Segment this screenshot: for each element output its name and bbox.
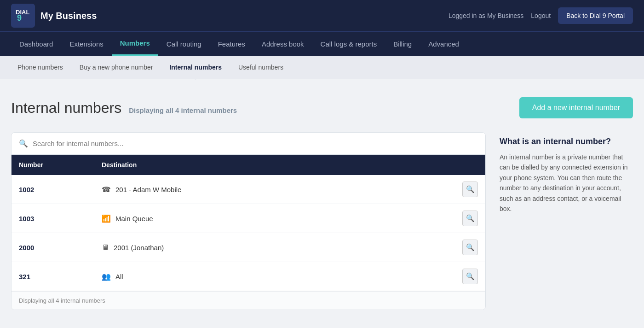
col-destination: Destination (102, 161, 450, 169)
app-title: My Business (40, 11, 97, 21)
sub-nav: Phone numbers Buy a new phone number Int… (0, 56, 644, 79)
page-title: Internal numbers (11, 100, 121, 117)
row-action: 🔍 (450, 182, 478, 197)
nav-advanced[interactable]: Advanced (420, 33, 467, 55)
top-bar: DIAL 9 My Business Logged in as My Busin… (0, 0, 644, 31)
col-number: Number (19, 161, 102, 169)
info-title: What is an internal number? (500, 137, 633, 146)
nav-features[interactable]: Features (210, 33, 253, 55)
nav-dashboard[interactable]: Dashboard (11, 33, 61, 55)
info-panel: What is an internal number? An internal … (500, 132, 633, 218)
subnav-internal-numbers[interactable]: Internal numbers (163, 60, 228, 75)
table-row: 321 👥 All 🔍 (12, 262, 485, 291)
table-footer: Displaying all 4 internal numbers (12, 291, 485, 310)
nav-address-book[interactable]: Address book (253, 33, 312, 55)
row-view-button[interactable]: 🔍 (462, 211, 478, 226)
table-row: 1002 ☎ 201 - Adam W Mobile 🔍 (12, 175, 485, 204)
queue-icon: 📶 (102, 214, 111, 223)
nav-billing[interactable]: Billing (385, 33, 420, 55)
top-bar-right: Logged in as My Business Logout Back to … (448, 7, 633, 24)
row-number: 2000 (19, 244, 102, 252)
logo-icon: DIAL 9 (11, 4, 35, 28)
row-action: 🔍 (450, 211, 478, 226)
subnav-buy-new[interactable]: Buy a new phone number (73, 60, 160, 75)
nav-call-logs[interactable]: Call logs & reports (312, 33, 385, 55)
add-internal-number-button[interactable]: Add a new internal number (519, 97, 633, 118)
nav-call-routing[interactable]: Call routing (158, 33, 210, 55)
page-subtitle: Displaying all 4 internal numbers (129, 106, 237, 114)
row-destination: 📶 Main Queue (102, 214, 450, 223)
desktop-icon: 🖥 (102, 243, 109, 252)
row-number: 1002 (19, 186, 102, 193)
row-destination: ☎ 201 - Adam W Mobile (102, 185, 450, 194)
logged-in-label: Logged in as My Business (448, 12, 523, 19)
subnav-phone-numbers[interactable]: Phone numbers (11, 60, 69, 75)
page-header: Internal numbers Displaying all 4 intern… (11, 97, 633, 118)
main-nav: Dashboard Extensions Numbers Call routin… (0, 31, 644, 56)
info-text: An internal number is a private number t… (500, 152, 633, 214)
row-number: 321 (19, 273, 102, 281)
main-layout: 🔍 Number Destination 1002 ☎ 201 - Adam W… (11, 132, 633, 310)
logo-area: DIAL 9 My Business (11, 4, 97, 28)
table-panel: 🔍 Number Destination 1002 ☎ 201 - Adam W… (11, 132, 486, 310)
svg-text:9: 9 (17, 13, 22, 23)
table-header: Number Destination (12, 155, 485, 175)
search-input[interactable] (33, 140, 478, 147)
table-row: 1003 📶 Main Queue 🔍 (12, 204, 485, 233)
row-destination: 🖥 2001 (Jonathan) (102, 243, 450, 252)
row-action: 🔍 (450, 269, 478, 284)
search-icon: 🔍 (19, 139, 28, 148)
page-content: Internal numbers Displaying all 4 intern… (0, 79, 644, 328)
subnav-useful-numbers[interactable]: Useful numbers (232, 60, 290, 75)
row-destination: 👥 All (102, 272, 450, 281)
phone-icon: ☎ (102, 185, 111, 194)
nav-extensions[interactable]: Extensions (61, 33, 111, 55)
logout-link[interactable]: Logout (531, 12, 551, 19)
group-icon: 👥 (102, 272, 111, 281)
page-header-left: Internal numbers Displaying all 4 intern… (11, 100, 237, 117)
row-action: 🔍 (450, 240, 478, 255)
table-row: 2000 🖥 2001 (Jonathan) 🔍 (12, 233, 485, 262)
row-view-button[interactable]: 🔍 (462, 269, 478, 284)
row-number: 1003 (19, 215, 102, 223)
nav-numbers[interactable]: Numbers (112, 32, 158, 56)
col-action (450, 161, 478, 169)
back-portal-button[interactable]: Back to Dial 9 Portal (558, 7, 633, 24)
row-view-button[interactable]: 🔍 (462, 182, 478, 197)
row-view-button[interactable]: 🔍 (462, 240, 478, 255)
search-bar: 🔍 (12, 133, 485, 155)
